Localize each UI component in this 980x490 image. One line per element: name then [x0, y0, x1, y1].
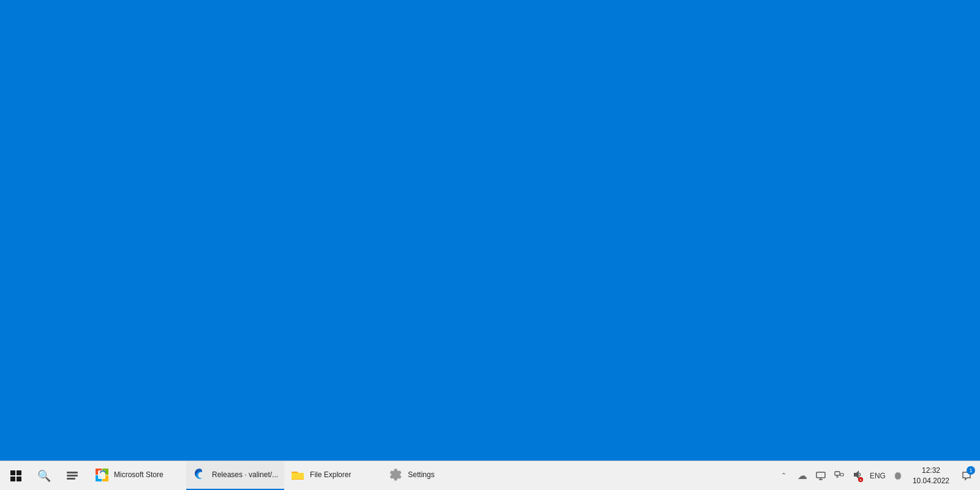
notification-badge: 1	[967, 466, 975, 475]
file-explorer-label: File Explorer	[310, 470, 351, 479]
edge-label: Releases · valinet/...	[212, 470, 278, 479]
search-icon: 🔍	[37, 469, 51, 483]
tray-volume-icon[interactable]: ✕	[849, 461, 866, 491]
taskbar-app-file-explorer[interactable]: File Explorer	[284, 461, 382, 491]
settings-label: Settings	[408, 470, 434, 479]
desktop: 🔍	[0, 0, 980, 490]
tray-settings-button[interactable]	[889, 461, 907, 491]
chevron-up-icon: ⌃	[781, 472, 786, 480]
system-tray: ⌃ ☁	[773, 461, 980, 491]
ms-store-icon	[94, 467, 109, 482]
svg-rect-5	[816, 472, 825, 478]
notification-button[interactable]: 1	[956, 461, 978, 491]
windows-logo-icon	[10, 470, 21, 481]
taskbar-apps: Microsoft Store	[88, 461, 480, 491]
svg-rect-8	[835, 472, 840, 475]
tray-network-icon[interactable]	[812, 461, 829, 491]
edge-icon	[192, 467, 207, 482]
taskbar: 🔍	[0, 461, 980, 490]
svg-rect-9	[840, 473, 843, 476]
tray-weather-icon[interactable]: ☁	[794, 461, 811, 491]
display-icon	[834, 471, 844, 481]
start-button[interactable]	[2, 461, 29, 491]
volume-muted-indicator: ✕	[858, 477, 863, 482]
tray-overflow-button[interactable]: ⌃	[775, 461, 793, 491]
taskbar-app-settings[interactable]: Settings	[382, 461, 480, 491]
tray-clock[interactable]: 12:32 10.04.2022	[908, 461, 954, 491]
clock-time: 12:32	[922, 466, 940, 476]
volume-icon: ✕	[853, 470, 862, 481]
task-view-icon	[67, 470, 78, 482]
tray-language-button[interactable]: ENG	[867, 461, 888, 491]
taskbar-left: 🔍	[0, 461, 88, 491]
taskbar-app-microsoft-store[interactable]: Microsoft Store	[88, 461, 186, 491]
monitor-icon	[816, 471, 826, 481]
ms-store-label: Microsoft Store	[114, 470, 164, 479]
language-label: ENG	[870, 472, 886, 480]
search-button[interactable]: 🔍	[31, 461, 58, 491]
cloud-icon: ☁	[797, 470, 807, 481]
file-explorer-icon	[290, 467, 305, 482]
tray-display-icon[interactable]	[831, 461, 848, 491]
settings-icon	[388, 467, 403, 482]
tray-gear-icon	[893, 471, 903, 481]
clock-date: 10.04.2022	[913, 476, 949, 486]
taskbar-app-edge[interactable]: Releases · valinet/...	[186, 461, 284, 491]
task-view-button[interactable]	[59, 461, 86, 491]
